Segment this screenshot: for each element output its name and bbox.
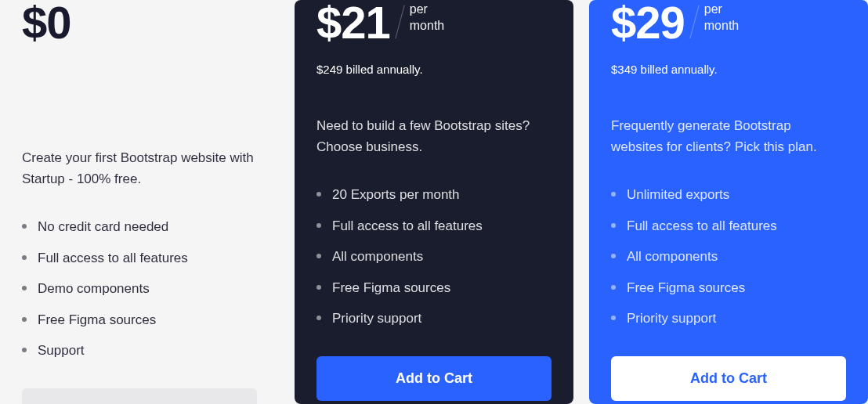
- feature-item: Full access to all features: [22, 243, 257, 274]
- add-to-cart-button[interactable]: Add to Cart: [611, 356, 846, 401]
- feature-item: Free Figma sources: [611, 272, 846, 304]
- price-row: $21 per month: [316, 0, 552, 45]
- feature-item: Full access to all features: [611, 211, 846, 242]
- price-amount: $0: [22, 0, 71, 45]
- price-divider-icon: [395, 5, 404, 39]
- feature-item: All components: [316, 241, 552, 272]
- add-to-cart-button[interactable]: Add to Cart: [316, 356, 552, 401]
- feature-item: Full access to all features: [316, 211, 552, 242]
- billed-annually-label: $249 billed annually.: [316, 63, 552, 76]
- feature-item: All components: [611, 241, 846, 272]
- feature-item: Unlimited exports: [611, 179, 846, 211]
- feature-item: Free Figma sources: [22, 305, 257, 336]
- feature-item: Demo components: [22, 273, 257, 305]
- feature-item: 20 Exports per month: [316, 179, 552, 211]
- pricing-card-business: $21 per month $249 billed annually. Need…: [295, 0, 573, 404]
- price-amount: $29: [611, 0, 685, 45]
- features-list: No credit card needed Full access to all…: [22, 211, 257, 366]
- price-row: $29 per month: [611, 0, 846, 45]
- features-list: 20 Exports per month Full access to all …: [316, 179, 552, 334]
- per-month-label: per month: [704, 2, 739, 34]
- plan-description: Create your first Bootstrap website with…: [22, 147, 257, 189]
- pricing-card-unlimited: $29 per month $349 billed annually. Freq…: [589, 0, 868, 404]
- start-free-button[interactable]: Start for Free: [22, 388, 257, 404]
- feature-item: Priority support: [316, 303, 552, 334]
- plan-description: Frequently generate Bootstrap websites f…: [611, 115, 846, 157]
- billed-annually-label: $349 billed annually.: [611, 63, 846, 76]
- pricing-card-free: $0 Create your first Bootstrap website w…: [0, 0, 279, 404]
- price-amount: $21: [316, 0, 390, 45]
- feature-item: Support: [22, 335, 257, 366]
- plan-description: Need to build a few Bootstrap sites? Cho…: [316, 115, 552, 157]
- per-month-label: per month: [410, 2, 444, 34]
- feature-item: Free Figma sources: [316, 272, 552, 304]
- price-divider-icon: [689, 5, 699, 39]
- price-row: $0: [22, 0, 257, 45]
- pricing-container: $0 Create your first Bootstrap website w…: [0, 0, 868, 404]
- features-list: Unlimited exports Full access to all fea…: [611, 179, 846, 334]
- feature-item: No credit card needed: [22, 211, 257, 243]
- feature-item: Priority support: [611, 303, 846, 334]
